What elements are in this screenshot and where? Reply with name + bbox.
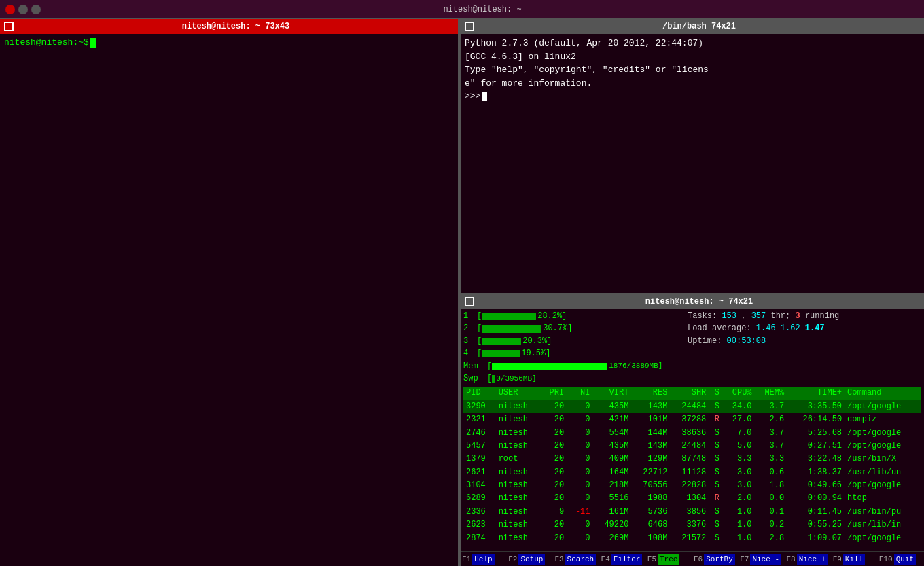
htop-panel: nitesh@nitesh: ~ 74x21 1 [ 28.2%] xyxy=(461,294,924,566)
python-terminal-panel: /bin/bash 74x21 Python 2.7.3 (default, A… xyxy=(461,19,924,294)
fkey-f3[interactable]: F3 Search xyxy=(553,552,599,566)
col-header-pri: PRI xyxy=(541,387,567,400)
python-line-4: e" for more information. xyxy=(465,77,920,90)
table-row: 3290 nitesh 20 0 435M 143M 24484 S 34.0 … xyxy=(463,400,921,413)
cpu-bar-3: 3 [ 20.3%] xyxy=(463,336,681,347)
fkey-f9[interactable]: F9 Kill xyxy=(832,552,878,566)
load-avg-1: 1.46 xyxy=(756,323,776,333)
table-row: 6289 nitesh 20 0 5516 1988 1304 R 2.0 0.… xyxy=(463,492,921,505)
fkey-f6[interactable]: F6 SortBy xyxy=(692,552,739,566)
maximize-button[interactable] xyxy=(31,5,41,14)
stats-section: Tasks: 153 , 357 thr; 3 running Load ave… xyxy=(688,311,921,385)
col-header-user: USER xyxy=(496,387,541,400)
python-prompt-line: >>> xyxy=(465,90,920,103)
table-header-row: PID USER PRI NI VIRT RES SHR S CPU% MEM%… xyxy=(463,387,921,400)
cpu-bar-2: 2 [ 30.7%] xyxy=(463,323,681,334)
python-prompt: >>> xyxy=(465,90,480,103)
top-right-header: /bin/bash 74x21 xyxy=(461,19,924,34)
minimize-button[interactable] xyxy=(18,5,28,14)
col-header-cpu: CPU% xyxy=(722,387,755,400)
process-table: PID USER PRI NI VIRT RES SHR S CPU% MEM%… xyxy=(463,387,921,545)
prompt-line: nitesh@nitesh:~$ xyxy=(4,37,454,49)
htop-content[interactable]: 1 [ 28.2%] 2 [ 30.7%] xyxy=(461,309,924,551)
cpu-bars-section: 1 [ 28.2%] 2 [ 30.7%] xyxy=(463,311,681,385)
right-panel: /bin/bash 74x21 Python 2.7.3 (default, A… xyxy=(459,19,924,566)
fkey-f8[interactable]: F8 Nice + xyxy=(785,552,831,566)
load-avg-5: 1.62 xyxy=(781,323,800,333)
top-right-title: /bin/bash 74x21 xyxy=(478,22,920,31)
fkey-f5[interactable]: F5 Tree xyxy=(646,552,692,566)
python-line-3: Type "help", "copyright", "credits" or "… xyxy=(465,63,920,77)
left-terminal-panel: nitesh@nitesh: ~ 73x43 nitesh@nitesh:~$ xyxy=(0,19,458,566)
python-terminal-content[interactable]: Python 2.7.3 (default, Apr 20 2012, 22:4… xyxy=(461,34,924,293)
left-terminal-content[interactable]: nitesh@nitesh:~$ xyxy=(0,34,458,566)
col-header-mem: MEM% xyxy=(755,387,787,400)
prompt-text: nitesh@nitesh:~$ xyxy=(4,37,89,49)
table-row: 2336 nitesh 9 -11 161M 5736 3856 S 1.0 0… xyxy=(463,506,921,518)
terminal-icon-3 xyxy=(465,297,474,306)
cursor xyxy=(90,38,96,48)
col-header-s: S xyxy=(709,387,722,400)
table-row: 2321 nitesh 20 0 421M 101M 37288 R 27.0 … xyxy=(463,413,921,426)
fkey-f7[interactable]: F7 Nice - xyxy=(739,552,785,566)
swap-bar: Swp [ 0/3956MB] xyxy=(463,373,681,385)
table-row: 2621 nitesh 20 0 164M 22712 11128 S 3.0 … xyxy=(463,466,921,479)
terminal-icon xyxy=(4,22,14,31)
cpu-bar-1: 1 [ 28.2%] xyxy=(463,311,681,322)
left-panel-title: nitesh@nitesh: ~ 73x43 xyxy=(18,22,454,31)
tasks-running: 3 xyxy=(795,311,800,321)
col-header-res: RES xyxy=(631,387,670,400)
table-row: 5457 nitesh 20 0 435M 143M 24484 S 5.0 3… xyxy=(463,440,921,453)
python-line-2: [GCC 4.6.3] on linux2 xyxy=(465,50,920,64)
process-table-body: 3290 nitesh 20 0 435M 143M 24484 S 34.0 … xyxy=(463,400,921,545)
window-title: nitesh@nitesh: ~ xyxy=(46,5,919,14)
mem-bar: Mem [ 1876/3889MB] xyxy=(463,361,681,372)
col-header-command: Command xyxy=(845,387,921,400)
title-bar: nitesh@nitesh: ~ xyxy=(0,0,924,19)
python-line-1: Python 2.7.3 (default, Apr 20 2012, 22:4… xyxy=(465,37,920,50)
python-cursor xyxy=(482,92,487,101)
left-panel-header: nitesh@nitesh: ~ 73x43 xyxy=(0,19,458,34)
table-row: 2746 nitesh 20 0 554M 144M 38636 S 7.0 3… xyxy=(463,427,921,440)
main-layout: nitesh@nitesh: ~ 73x43 nitesh@nitesh:~$ … xyxy=(0,19,924,566)
tasks-thr: 357 xyxy=(751,311,766,321)
bottom-right-title: nitesh@nitesh: ~ 74x21 xyxy=(478,297,920,306)
table-row: 2623 nitesh 20 0 49220 6468 3376 S 1.0 0… xyxy=(463,518,921,531)
col-header-virt: VIRT xyxy=(592,387,631,400)
close-button[interactable] xyxy=(5,5,15,14)
uptime-line: Uptime: 00:53:08 xyxy=(688,336,921,347)
fkey-f10[interactable]: F10 Quit xyxy=(878,552,924,566)
window-controls[interactable] xyxy=(5,5,41,14)
fkey-f4[interactable]: F4 Filter xyxy=(600,552,646,566)
load-avg-line: Load average: 1.46 1.62 1.47 xyxy=(688,323,921,334)
load-avg-15: 1.47 xyxy=(805,323,825,333)
col-header-shr: SHR xyxy=(670,387,709,400)
table-row: 1379 root 20 0 409M 129M 87748 S 3.3 3.3… xyxy=(463,453,921,465)
terminal-icon-2 xyxy=(465,22,474,31)
col-header-ni: NI xyxy=(567,387,592,400)
fkey-bar: F1 Help F2 Setup F3 Search F4 Filter F5 xyxy=(461,551,924,566)
uptime-value: 00:53:08 xyxy=(727,336,766,346)
fkey-f2[interactable]: F2 Setup xyxy=(507,552,553,566)
table-row: 2874 nitesh 20 0 269M 108M 21572 S 1.0 2… xyxy=(463,532,921,545)
cpu-bar-4: 4 [ 19.5%] xyxy=(463,348,681,359)
fkey-f1[interactable]: F1 Help xyxy=(461,552,507,566)
bottom-right-header: nitesh@nitesh: ~ 74x21 xyxy=(461,294,924,309)
col-header-time: TIME+ xyxy=(787,387,845,400)
tasks-line: Tasks: 153 , 357 thr; 3 running xyxy=(688,311,921,322)
tasks-total: 153 xyxy=(722,311,736,321)
col-header-pid: PID xyxy=(463,387,496,400)
table-row: 3104 nitesh 20 0 218M 70556 22828 S 3.0 … xyxy=(463,479,921,492)
